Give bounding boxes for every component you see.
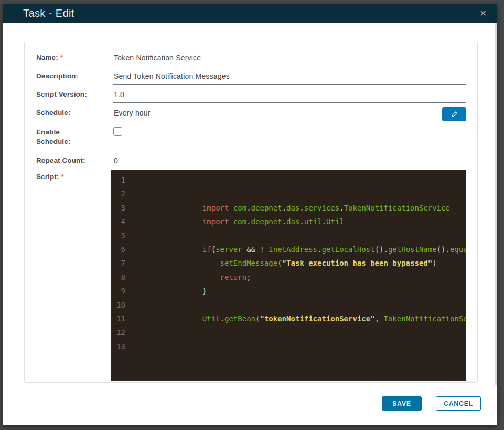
code-text: Util.getBean("tokenNotificationService",… bbox=[132, 312, 466, 326]
code-line: 10 bbox=[111, 298, 466, 312]
cancel-button[interactable]: CANCEL bbox=[436, 396, 481, 411]
line-number: 9 bbox=[111, 284, 125, 298]
line-number: 13 bbox=[111, 340, 125, 353]
code-text: } bbox=[132, 284, 466, 298]
code-line: 12 bbox=[111, 326, 466, 339]
code-line: 6 if(server && ! InetAddress.getLocalHos… bbox=[111, 243, 466, 256]
script-code-editor[interactable]: 123 import com.deepnet.das.services.Toke… bbox=[111, 170, 466, 381]
save-button[interactable]: SAVE bbox=[382, 396, 422, 411]
script-version-label: Script Version: bbox=[36, 86, 113, 103]
code-text: import com.deepnet.das.util.Util bbox=[132, 215, 466, 228]
code-text: return; bbox=[132, 270, 466, 284]
line-number: 11 bbox=[111, 312, 125, 326]
description-input[interactable]: Send Token Notification Messages bbox=[113, 67, 466, 85]
line-number: 1 bbox=[111, 173, 125, 187]
close-icon[interactable]: ✕ bbox=[478, 8, 489, 19]
dialog-footer: SAVE CANCEL bbox=[382, 396, 481, 411]
code-line: 2 bbox=[111, 187, 466, 201]
field-row-enable-schedule: Enable Schedule: bbox=[36, 122, 466, 149]
script-editor-lines: 123 import com.deepnet.das.services.Toke… bbox=[111, 173, 466, 353]
edit-schedule-button[interactable] bbox=[442, 107, 466, 121]
code-text bbox=[132, 229, 466, 243]
field-row-repeat-count: Repeat Count: 0 bbox=[36, 152, 466, 169]
line-number: 4 bbox=[111, 215, 125, 228]
repeat-count-input[interactable]: 0 bbox=[113, 152, 466, 169]
code-line: 11 Util.getBean("tokenNotificationServic… bbox=[111, 312, 466, 326]
code-line: 9 } bbox=[111, 284, 466, 298]
line-number: 5 bbox=[111, 229, 125, 243]
description-label: Description: bbox=[36, 67, 113, 85]
field-row-name: Name:* Token Notification Service bbox=[36, 49, 466, 66]
schedule-input[interactable]: Every hour bbox=[113, 104, 440, 121]
code-text: import com.deepnet.das.services.TokenNot… bbox=[132, 201, 466, 215]
field-row-script-version: Script Version: 1.0 bbox=[36, 86, 466, 103]
line-number: 12 bbox=[111, 326, 125, 339]
line-number: 8 bbox=[111, 270, 125, 284]
schedule-label: Schedule: bbox=[36, 104, 113, 121]
script-label: Script:* bbox=[36, 170, 113, 381]
name-label: Name:* bbox=[36, 49, 113, 66]
task-edit-dialog: Task - Edit ✕ Name:* Token Notification … bbox=[3, 4, 497, 425]
script-version-input[interactable]: 1.0 bbox=[113, 86, 466, 103]
enable-schedule-field bbox=[113, 122, 122, 149]
line-number: 3 bbox=[111, 201, 125, 215]
line-number: 7 bbox=[111, 256, 125, 270]
dialog-body: Name:* Token Notification Service Descri… bbox=[3, 23, 497, 425]
dialog-header: Task - Edit ✕ bbox=[3, 4, 497, 23]
code-line: 1 bbox=[111, 173, 466, 187]
code-line: 8 return; bbox=[111, 270, 466, 284]
enable-schedule-label: Enable Schedule: bbox=[36, 122, 113, 149]
code-text bbox=[132, 187, 466, 201]
schedule-field-wrap: Every hour bbox=[113, 104, 466, 121]
code-text bbox=[132, 340, 466, 353]
repeat-count-label: Repeat Count: bbox=[36, 152, 113, 169]
pencil-icon bbox=[451, 110, 458, 118]
line-number: 6 bbox=[111, 243, 125, 256]
code-text bbox=[132, 173, 466, 187]
code-line: 4 import com.deepnet.das.util.Util bbox=[111, 215, 466, 228]
name-input[interactable]: Token Notification Service bbox=[113, 49, 466, 66]
line-number: 10 bbox=[111, 298, 125, 312]
scrollbar-thumb[interactable] bbox=[495, 23, 497, 385]
code-text bbox=[132, 326, 466, 339]
code-line: 13 bbox=[111, 340, 466, 353]
code-text bbox=[132, 298, 466, 312]
required-marker: * bbox=[61, 173, 63, 181]
code-text: setEndMessage("Task execution has been b… bbox=[132, 256, 466, 270]
field-row-description: Description: Send Token Notification Mes… bbox=[36, 67, 466, 85]
required-marker: * bbox=[60, 54, 63, 61]
line-number: 2 bbox=[111, 187, 125, 201]
dimmed-backdrop: Task - Edit ✕ Name:* Token Notification … bbox=[0, 0, 504, 430]
code-text: if(server && ! InetAddress.getLocalHost(… bbox=[132, 243, 466, 256]
field-row-script: Script:* 123 import com.deepnet.das.serv… bbox=[36, 170, 466, 381]
enable-schedule-checkbox[interactable] bbox=[113, 127, 122, 136]
code-line: 3 import com.deepnet.das.services.TokenN… bbox=[111, 201, 466, 215]
form-card: Name:* Token Notification Service Descri… bbox=[24, 41, 478, 383]
code-line: 5 bbox=[111, 229, 466, 243]
code-line: 7 setEndMessage("Task execution has been… bbox=[111, 256, 466, 270]
field-row-schedule: Schedule: Every hour bbox=[36, 104, 466, 121]
dialog-title: Task - Edit bbox=[23, 7, 74, 19]
